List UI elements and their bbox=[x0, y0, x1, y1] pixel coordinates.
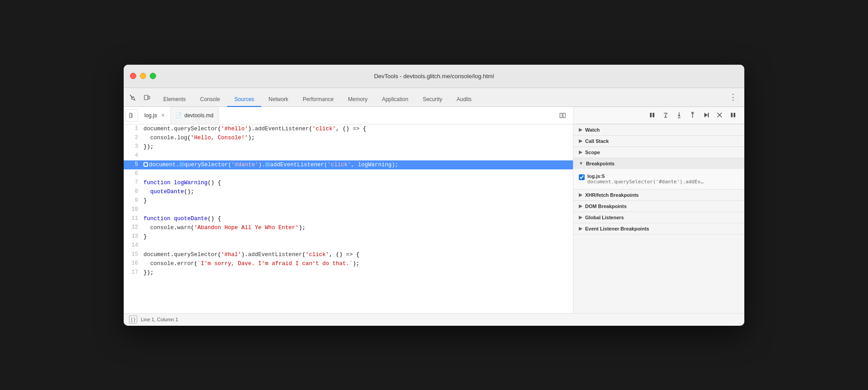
watch-header[interactable]: ▶ Watch bbox=[573, 124, 744, 135]
global-listeners-section: ▶ Global Listeners bbox=[573, 212, 744, 223]
titlebar: DevTools - devtools.glitch.me/console/lo… bbox=[124, 65, 744, 88]
global-listeners-chevron: ▶ bbox=[579, 215, 582, 220]
dom-breakpoints-header[interactable]: ▶ DOM Breakpoints bbox=[573, 201, 744, 212]
breakpoint-checkbox[interactable] bbox=[579, 174, 585, 180]
line-number-16: 16 bbox=[124, 259, 142, 268]
call-stack-chevron: ▶ bbox=[579, 138, 582, 143]
dom-breakpoints-section: ▶ DOM Breakpoints bbox=[573, 201, 744, 212]
event-listener-breakpoints-section: ▶ Event Listener Breakpoints bbox=[573, 223, 744, 235]
breakpoint-item: log.js:5 document.querySelector('#dante'… bbox=[579, 172, 739, 186]
step-into-btn[interactable] bbox=[673, 109, 685, 121]
more-tabs-button[interactable]: ⋮ bbox=[725, 89, 741, 106]
line-content-4 bbox=[142, 151, 573, 160]
breakpoints-section: ▼ Breakpoints log.js:5 document.querySel… bbox=[573, 158, 744, 190]
code-editor[interactable]: 1document.querySelector('#hello').addEve… bbox=[124, 124, 573, 313]
step-btn[interactable] bbox=[700, 109, 712, 121]
line-number-1: 1 bbox=[124, 124, 142, 133]
code-line-13: 13} bbox=[124, 232, 573, 241]
tab-sources[interactable]: Sources bbox=[227, 93, 261, 107]
code-line-7: 7function logWarning() { bbox=[124, 178, 573, 187]
tab-audits[interactable]: Audits bbox=[449, 93, 479, 107]
line-content-8: quoteDante(); bbox=[142, 187, 573, 196]
svg-rect-22 bbox=[734, 113, 735, 117]
line-content-13: } bbox=[142, 232, 573, 241]
pause-resume-btn[interactable] bbox=[646, 109, 658, 121]
traffic-lights bbox=[130, 73, 156, 79]
code-line-16: 16 console.error(`I'm sorry, Dave. I'm a… bbox=[124, 259, 573, 268]
debug-toolbar bbox=[573, 107, 744, 124]
device-icon[interactable] bbox=[142, 92, 152, 103]
xhr-fetch-section: ▶ XHR/fetch Breakpoints bbox=[573, 190, 744, 201]
file-bar-toggle[interactable] bbox=[125, 109, 138, 122]
code-line-1: 1document.querySelector('#hello').addEve… bbox=[124, 124, 573, 133]
deactivate-breakpoints-btn[interactable] bbox=[714, 109, 725, 121]
call-stack-section: ▶ Call Stack bbox=[573, 136, 744, 147]
status-bar: { } Line 1, Column 1 bbox=[124, 313, 744, 326]
file-bar-right bbox=[557, 110, 572, 121]
synced-scroll-btn[interactable] bbox=[557, 110, 568, 121]
breakpoints-chevron: ▼ bbox=[579, 161, 583, 166]
code-line-10: 10 bbox=[124, 205, 573, 214]
line-content-2: console.log('Hello, Console!'); bbox=[142, 133, 573, 142]
line-number-9: 9 bbox=[124, 196, 142, 205]
tab-elements[interactable]: Elements bbox=[156, 93, 193, 107]
code-line-3: 3}); bbox=[124, 142, 573, 151]
line-content-17: }); bbox=[142, 268, 573, 277]
pause-on-exceptions-btn[interactable] bbox=[727, 109, 739, 121]
maximize-button[interactable] bbox=[150, 73, 156, 79]
step-out-btn[interactable] bbox=[687, 109, 698, 121]
event-listener-breakpoints-header[interactable]: ▶ Event Listener Breakpoints bbox=[573, 223, 744, 234]
line-content-11: function quoteDante() { bbox=[142, 214, 573, 223]
close-button[interactable] bbox=[130, 73, 136, 79]
tab-performance[interactable]: Performance bbox=[295, 93, 341, 107]
line-number-11: 11 bbox=[124, 214, 142, 223]
close-tab-log-js[interactable]: ✕ bbox=[160, 112, 166, 119]
svg-marker-12 bbox=[678, 115, 680, 117]
inspect-icon[interactable] bbox=[127, 92, 138, 103]
global-listeners-header[interactable]: ▶ Global Listeners bbox=[573, 212, 744, 223]
svg-rect-2 bbox=[130, 113, 131, 118]
tab-network[interactable]: Network bbox=[261, 93, 295, 107]
global-listeners-label: Global Listeners bbox=[585, 215, 624, 220]
window-title: DevTools - devtools.glitch.me/console/lo… bbox=[374, 73, 494, 80]
file-tab-log-js[interactable]: log.js ✕ bbox=[140, 107, 171, 124]
scope-label: Scope bbox=[585, 150, 600, 155]
line-number-2: 2 bbox=[124, 133, 142, 142]
line-content-1: document.querySelector('#hello').addEven… bbox=[142, 124, 573, 133]
watch-section: ▶ Watch bbox=[573, 124, 744, 136]
call-stack-label: Call Stack bbox=[585, 138, 609, 144]
line-content-15: document.querySelector('#hal').addEventL… bbox=[142, 250, 573, 259]
code-line-14: 14 bbox=[124, 241, 573, 250]
svg-rect-4 bbox=[560, 113, 562, 118]
file-tab-devtools-md[interactable]: 📄 devtools.md bbox=[171, 107, 219, 124]
tabs-bar: ElementsConsoleSourcesNetworkPerformance… bbox=[124, 88, 744, 107]
step-over-btn[interactable] bbox=[660, 109, 671, 121]
call-stack-header[interactable]: ▶ Call Stack bbox=[573, 136, 744, 146]
watch-label: Watch bbox=[585, 127, 600, 133]
file-bar: log.js ✕ 📄 devtools.md bbox=[124, 107, 573, 124]
breakpoints-header[interactable]: ▼ Breakpoints bbox=[573, 158, 744, 169]
tab-memory[interactable]: Memory bbox=[341, 93, 375, 107]
right-panel: ▶ Watch ▶ Call Stack ▶ Scope bbox=[573, 124, 744, 313]
status-text: Line 1, Column 1 bbox=[141, 317, 178, 322]
code-line-4: 4 bbox=[124, 151, 573, 160]
line-number-7: 7 bbox=[124, 178, 142, 187]
tab-console[interactable]: Console bbox=[193, 93, 227, 107]
svg-rect-5 bbox=[563, 113, 565, 118]
scope-header[interactable]: ▶ Scope bbox=[573, 147, 744, 158]
tabs-container: ElementsConsoleSourcesNetworkPerformance… bbox=[156, 93, 479, 106]
line-content-5: document.querySelector('#dante').addEven… bbox=[142, 160, 573, 169]
pretty-print-icon[interactable]: { } bbox=[129, 315, 137, 324]
tab-application[interactable]: Application bbox=[375, 93, 416, 107]
tab-security[interactable]: Security bbox=[416, 93, 449, 107]
code-line-15: 15document.querySelector('#hal').addEven… bbox=[124, 250, 573, 259]
scope-section: ▶ Scope bbox=[573, 147, 744, 158]
line-content-3: }); bbox=[142, 142, 573, 151]
line-content-12: console.warn('Abandon Hope All Ye Who En… bbox=[142, 223, 573, 232]
file-tab-label: log.js bbox=[144, 112, 157, 119]
line-number-10: 10 bbox=[124, 205, 142, 214]
breakpoint-info: log.js:5 document.querySelector('#dante'… bbox=[587, 173, 739, 185]
xhr-fetch-header[interactable]: ▶ XHR/fetch Breakpoints bbox=[573, 190, 744, 200]
minimize-button[interactable] bbox=[140, 73, 146, 79]
svg-marker-17 bbox=[704, 113, 708, 117]
